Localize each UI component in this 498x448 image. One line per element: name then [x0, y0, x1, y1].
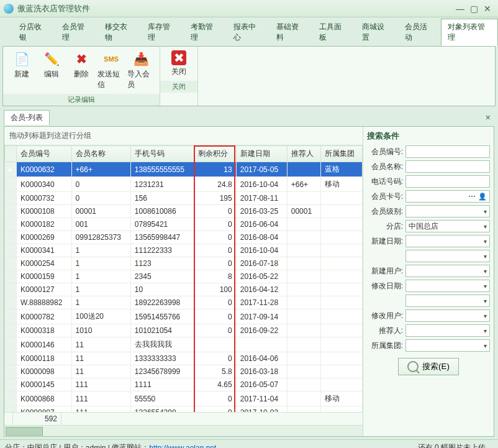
cell [320, 244, 362, 257]
table-row[interactable]: K0000782100送201595145576602017-09-14 [5, 309, 363, 324]
maximize-button[interactable]: ▢ [467, 4, 481, 14]
column-header[interactable]: 剩余积分 [194, 146, 236, 162]
table-row[interactable]: K000014511111114.652016-05-07 [5, 378, 363, 391]
cell [320, 192, 362, 205]
table-row[interactable]: K0000269099128253731356599844702016-08-0… [5, 231, 363, 244]
cell: +66+ [71, 162, 130, 177]
table-row[interactable]: K000010800001100861008602016-03-2500001 [5, 205, 363, 218]
close-button[interactable]: ✖关闭 [164, 49, 194, 78]
table-row[interactable]: K000073201561952017-08-11 [5, 192, 363, 205]
cell [287, 257, 320, 270]
table-row[interactable]: K00001591234582016-05-22 [5, 270, 363, 283]
table-row[interactable]: W.8888898211892226399802017-11-28 [5, 296, 363, 309]
app-icon [4, 4, 14, 14]
cell: 0 [71, 192, 130, 205]
import-button[interactable]: 📥导入会员 [126, 49, 156, 91]
status-user: admin [86, 444, 106, 449]
cell [194, 337, 236, 352]
sms-button[interactable]: SMS发送短信 [96, 49, 126, 91]
menu-item[interactable]: 移交衣物 [98, 19, 141, 46]
menu-item[interactable]: 库存管理 [141, 19, 184, 46]
table-row[interactable]: K00003400123123124.82016-10-04+66+移动 [5, 177, 363, 192]
import-icon: 📥 [132, 50, 150, 68]
cell: 55550 [130, 391, 194, 406]
cell: 2016-03-25 [236, 205, 287, 218]
cell: 0 [194, 406, 236, 413]
document-tab[interactable]: 会员-列表 [4, 110, 50, 125]
cell [320, 218, 362, 231]
search-field[interactable]: ⋯👤 [405, 190, 490, 203]
column-header[interactable]: 所属集团 [320, 146, 362, 162]
search-field[interactable] [405, 235, 490, 247]
column-header[interactable]: 推荐人 [287, 146, 320, 162]
menu-item[interactable]: 工具面板 [312, 19, 355, 46]
ellipsis-icon[interactable]: ⋯ [468, 192, 476, 201]
user-icon[interactable]: 👤 [478, 193, 487, 201]
search-field[interactable] [405, 265, 490, 277]
menu-item[interactable]: 会员活动 [398, 19, 441, 46]
menu-item[interactable]: 会员管理 [55, 19, 98, 46]
table-row[interactable]: ▸K0000632+66+138555555555132017-05-05蓝格 [5, 162, 363, 177]
search-field[interactable] [405, 145, 490, 158]
ribbon: 📄新建✏️编辑✖删除SMS发送短信📥导入会员记录编辑✖关闭关闭 [2, 46, 496, 106]
column-header[interactable]: 会员编号 [17, 146, 72, 162]
search-button[interactable]: 搜索(E) [398, 358, 459, 375]
search-field[interactable] [405, 205, 490, 217]
table-row[interactable]: K0000318101010102105402016-09-22 [5, 324, 363, 337]
table-row[interactable]: K00002541112302016-07-18 [5, 257, 363, 270]
menu-item[interactable]: 分店收银 [12, 19, 55, 46]
table-row[interactable]: K00008681115555002017-11-04移动 [5, 391, 363, 406]
search-field[interactable] [405, 339, 490, 352]
column-header[interactable]: 手机号码 [130, 146, 194, 162]
table-row[interactable]: K00001820010789542102016-06-04 [5, 218, 363, 231]
search-field[interactable] [405, 324, 490, 337]
search-field[interactable] [405, 250, 490, 262]
table-row[interactable]: K0000341111122233302016-10-04 [5, 244, 363, 257]
search-field[interactable] [405, 280, 490, 292]
menu-item[interactable]: 报表中心 [227, 19, 269, 46]
cell [320, 309, 362, 324]
cell: 去我我我我 [130, 337, 194, 352]
edit-button[interactable]: ✏️编辑 [37, 49, 66, 91]
grid-scroll[interactable]: 会员编号会员名称手机号码剩余积分新建日期推荐人所属集团▸K0000632+66+… [4, 145, 363, 412]
menu-item[interactable]: 商城设置 [355, 19, 398, 46]
menu-item[interactable]: 对象列表管理 [441, 19, 498, 46]
search-field[interactable] [405, 309, 490, 322]
table-row[interactable]: K000011811133333333302016-04-06 [5, 352, 363, 365]
cell: 2017-09-14 [236, 309, 287, 324]
table-row[interactable]: K000009811123456789995.82016-03-18 [5, 365, 363, 378]
horizontal-scrollbar[interactable] [4, 425, 363, 436]
search-field[interactable] [405, 160, 490, 173]
cell [320, 324, 362, 337]
cell: 2016-04-12 [236, 283, 287, 296]
cell: +66+ [287, 177, 320, 192]
menu-item[interactable]: 基础资料 [269, 19, 312, 46]
table-row[interactable]: K00008071111236554398…02017-10-03 [5, 406, 363, 413]
minimize-button[interactable]: — [453, 4, 467, 14]
cell: 1 [71, 270, 130, 283]
delete-icon: ✖ [73, 50, 90, 68]
table-row[interactable]: K00001271101002016-04-12 [5, 283, 363, 296]
search-field[interactable] [405, 175, 490, 188]
cell: 0 [194, 352, 236, 365]
new-button[interactable]: 📄新建 [7, 49, 37, 91]
status-site-link[interactable]: http://www.aolan.net [149, 444, 216, 449]
grid-footer: 592 [4, 412, 363, 425]
search-field[interactable] [405, 295, 490, 307]
cell: 2016-05-22 [236, 270, 287, 283]
cell: K0000182 [17, 218, 72, 231]
menu-item[interactable]: 考勤管理 [184, 19, 227, 46]
cell: K0000632 [17, 162, 72, 177]
close-window-button[interactable]: ✕ [481, 4, 494, 14]
field-label: 会员级别: [367, 206, 405, 217]
cell: 18922263998 [130, 296, 194, 309]
table-row[interactable]: K000014611去我我我我 [5, 337, 363, 352]
search-field[interactable]: 中国总店 [405, 220, 490, 232]
column-header[interactable]: 新建日期 [236, 146, 287, 162]
cell [320, 257, 362, 270]
column-header[interactable]: 会员名称 [71, 146, 130, 162]
document-tab-close-icon[interactable]: × [482, 112, 494, 122]
cell: 2016-05-07 [236, 378, 287, 391]
delete-button[interactable]: ✖删除 [66, 49, 96, 91]
cell: K0000098 [17, 365, 72, 378]
